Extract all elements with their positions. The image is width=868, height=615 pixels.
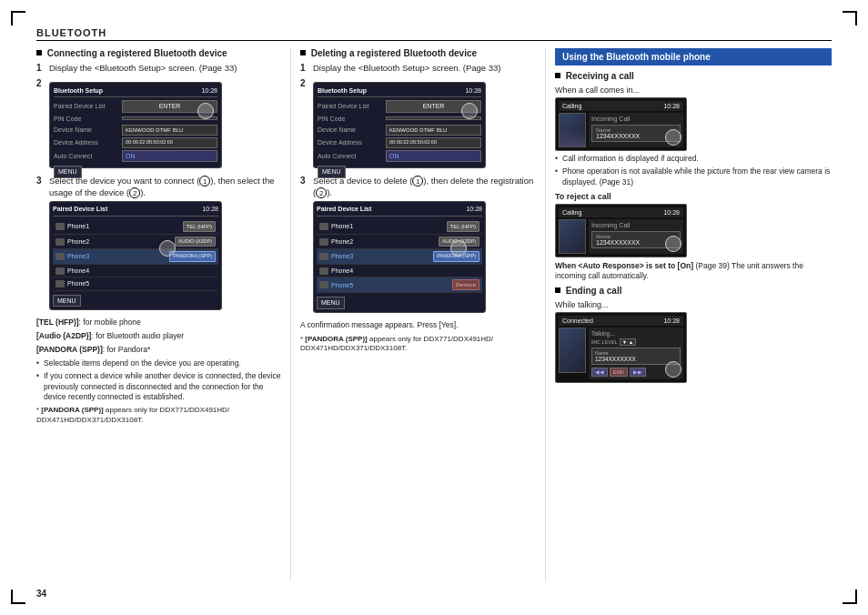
calling-screen-2: Calling 10:28 Incoming Call Name 1234XXX… — [555, 204, 687, 257]
delete-screen-title-bar: Paired Device List 10:28 — [317, 205, 482, 216]
delete-device-list-screen: Paired Device List 10:28 Phone1 TEL (HFP… — [313, 201, 486, 312]
mid-step-1-text: Display the <Bluetooth Setup> screen. (P… — [313, 63, 536, 75]
calling-inner-1: Incoming Call Name 1234XXXXXXX — [559, 113, 683, 147]
mid-screen-title-bar: Bluetooth Setup 10:28 — [318, 86, 481, 97]
calling-header: Calling 10:28 — [559, 101, 683, 111]
bluetooth-phone-header: Using the Bluetooth mobile phone — [555, 48, 832, 66]
talking-label: Talking... — [591, 330, 681, 337]
right-column: Using the Bluetooth mobile phone Receivi… — [546, 48, 832, 581]
note-tel: [TEL (HFP)]: for mobile phone — [36, 318, 281, 328]
del-device-icon-1 — [319, 223, 328, 230]
mic-level-row: MIC LEVEL ▼ ▲ — [591, 338, 681, 346]
mic-controls: ▼ ▲ — [620, 338, 636, 346]
confirmation-text: A confirmation message appears. Press [Y… — [300, 320, 536, 331]
ending-section-title: Ending a call — [555, 286, 832, 296]
mid-step-2-row: 2 Bluetooth Setup 10:28 Paired Device Li… — [300, 78, 536, 172]
delete-screen-time: 10:28 — [466, 205, 482, 213]
call-btn-2: ▶▶ — [630, 368, 646, 377]
mid-screen-row-pin: PIN Code — [318, 115, 481, 123]
footnote-mid: * [PANDORA (SPP)] appears only for DDX77… — [300, 335, 536, 354]
mid-step-3-row: 3 Select a device to delete (1), then de… — [300, 176, 536, 317]
touch-cursor-mid — [461, 103, 478, 119]
del-device-btn-1: TEL (HFP) — [447, 221, 479, 232]
del-device-btn-remove: Remove — [452, 279, 479, 290]
reject-header: Calling 10:28 — [559, 207, 683, 217]
step-3-row: 3 Select the device you want to connect … — [36, 176, 281, 314]
screen-title: Bluetooth Setup — [54, 86, 103, 95]
calling-title-text: Calling — [562, 103, 581, 109]
mid-screen-title: Bluetooth Setup — [318, 86, 367, 95]
section-bullet-mid — [300, 50, 306, 55]
screen-time: 10:28 — [201, 86, 217, 95]
talking-screen: Connected 10:28 Talking... MIC LEVEL ▼ ▲… — [555, 312, 687, 383]
bluetooth-setup-screen-2: Bluetooth Setup 10:28 Paired Device List… — [313, 82, 486, 168]
incoming-call-label: Incoming Call — [591, 116, 681, 122]
circle-mid-2: 2 — [316, 187, 327, 198]
step-1-num: 1 — [36, 63, 49, 73]
mic-label: MIC LEVEL — [591, 339, 618, 345]
delete-screen-title: Paired Device List — [317, 205, 371, 213]
reject-inner: Incoming Call Name 1234XXXXXXX — [559, 219, 683, 254]
ending-subtitle: While talking... — [555, 300, 832, 309]
calling-screen-1: Calling 10:28 Incoming Call Name 1234XXX… — [555, 97, 687, 151]
call-btn-1: ◀◀ — [591, 368, 608, 377]
corner-mark-bl — [11, 590, 25, 604]
mid-step-3-num: 3 — [300, 176, 313, 186]
screen-row-autoconn: Auto Connect ON — [54, 150, 217, 162]
device-item-5: Phone5 — [53, 277, 218, 290]
connected-title-text: Connected — [562, 318, 593, 324]
bullet-call-info: Call information is displayed if acquire… — [555, 154, 832, 165]
del-device-icon-2 — [319, 238, 328, 246]
receiving-bullet — [555, 73, 560, 78]
reject-incoming-label: Incoming Call — [591, 222, 681, 228]
ending-bullet — [555, 287, 560, 293]
device-btn-a2dp: AUDIO (A2DP) — [175, 237, 216, 247]
touch-cursor-1 — [197, 103, 214, 119]
device-screen-title: Paired Device List — [53, 205, 107, 213]
deleting-section-title: Deleting a registered Bluetooth device — [300, 48, 536, 58]
screen-row-devname: Device Name KENWOOD DTMF BLU — [54, 125, 217, 136]
bullet-selectable: Selectable items depend on the device yo… — [36, 358, 281, 369]
screen-row-paired: Paired Device List ENTER — [54, 100, 217, 112]
talking-photo — [559, 328, 586, 373]
mid-screen-row-paired: Paired Device List ENTER — [318, 100, 481, 112]
caller-name: 1234XXXXXXX — [596, 133, 676, 139]
mid-column: Deleting a registered Bluetooth device 1… — [291, 48, 546, 581]
mid-step-2-content: Bluetooth Setup 10:28 Paired Device List… — [313, 78, 536, 172]
device-item-4: Phone4 — [53, 265, 218, 277]
footnote-left: * [PANDORA (SPP)] appears only for DDX77… — [36, 406, 281, 425]
bullet-connect: If you connect a device while another de… — [36, 371, 281, 404]
screen-menu: MENU — [54, 166, 82, 177]
mid-step-1-num: 1 — [300, 63, 313, 73]
receiving-subtitle: When a call comes in... — [555, 86, 832, 95]
paired-device-list-screen: Paired Device List 10:28 Phone1 TEL (HFP… — [49, 201, 222, 310]
receiving-section-title: Receiving a call — [555, 71, 832, 81]
device-btn-spp: PANDORA (SPP) — [169, 251, 216, 261]
bullet-call-camera: Phone operation is not available while t… — [555, 166, 832, 188]
mid-screen-row-autoconn: Auto Connect ON — [318, 150, 481, 162]
mid-step-1-row: 1 Display the <Bluetooth Setup> screen. … — [300, 63, 536, 75]
reject-time: 10:28 — [663, 209, 680, 216]
circle-2: 2 — [129, 187, 140, 198]
device-item-2: Phone2 AUDIO (A2DP) — [53, 235, 218, 249]
auto-response-bold: When <Auto Response> is set to [On] — [555, 261, 693, 270]
device-item-1: Phone1 TEL (HFP) — [53, 219, 218, 235]
del-device-icon-4 — [319, 267, 328, 275]
corner-mark-br — [843, 590, 857, 604]
del-device-item-4: Phone4 — [317, 265, 482, 277]
connected-time: 10:28 — [663, 318, 680, 324]
del-device-icon-3 — [319, 253, 328, 260]
screen-row-pin: PIN Code — [54, 115, 217, 123]
device-screen-time: 10:28 — [202, 205, 218, 213]
device-icon-3 — [56, 253, 65, 260]
step-1-row: 1 Display the <Bluetooth Setup> screen. … — [36, 63, 281, 75]
call-btn-end: END — [610, 368, 628, 377]
reject-photo — [559, 219, 586, 254]
connecting-section-title: Connecting a registered Bluetooth device — [36, 48, 281, 58]
step-2-content: Bluetooth Setup 10:28 Paired Device List… — [49, 78, 281, 172]
del-device-item-1: Phone1 TEL (HFP) — [317, 219, 482, 235]
page-number: 34 — [36, 589, 46, 599]
corner-mark-tl — [11, 11, 25, 25]
step-2-num: 2 — [36, 78, 49, 88]
device-icon-2 — [56, 238, 65, 246]
